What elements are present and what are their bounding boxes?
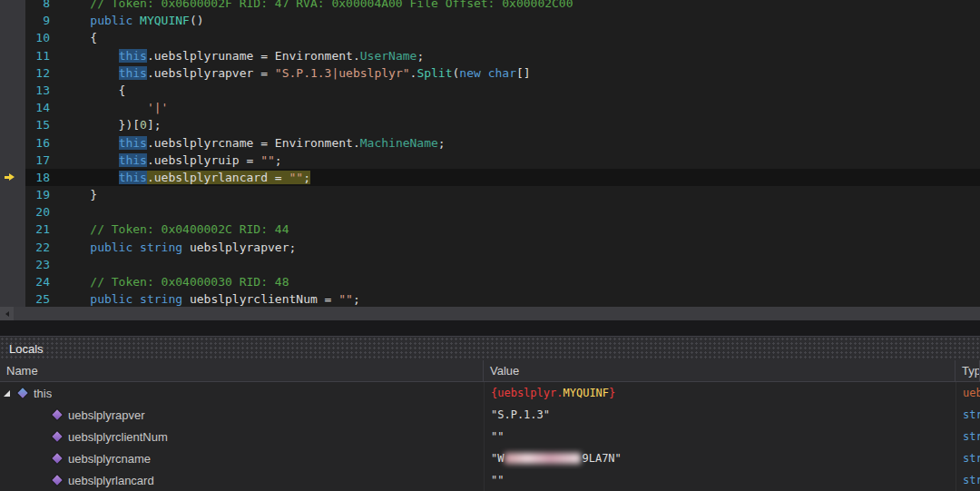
- locals-row[interactable]: uebslplyrapver"S.P.1.3"string: [0, 404, 980, 426]
- variable-name-cell[interactable]: this: [0, 382, 484, 404]
- variable-value[interactable]: "W9LA7N": [484, 447, 956, 469]
- breakpoint-margin[interactable]: [0, 82, 25, 99]
- scroll-left-button[interactable]: [0, 307, 14, 320]
- breakpoint-margin[interactable]: [0, 273, 25, 290]
- breakpoint-margin[interactable]: [0, 134, 25, 152]
- code-line[interactable]: 19 }: [0, 186, 980, 203]
- variable-name-cell[interactable]: uebslplyrclientNum: [0, 426, 484, 447]
- variable-name-cell[interactable]: uebslplyrlancard: [0, 469, 484, 491]
- code-text[interactable]: public MYQUINF(): [62, 12, 980, 29]
- scrollbar-thumb[interactable]: [14, 307, 980, 320]
- locals-rows: this{uebslplyr.MYQUINF}uebslplyr.MYQUINF…: [0, 382, 980, 491]
- pane-splitter[interactable]: [0, 320, 980, 336]
- code-text[interactable]: this.uebslplyrapver = "S.P.1.3|uebslplyr…: [62, 64, 980, 82]
- code-line[interactable]: 20: [0, 203, 980, 221]
- breakpoint-margin[interactable]: [0, 29, 25, 46]
- code-text[interactable]: {: [62, 29, 980, 46]
- h-scrollbar[interactable]: [0, 307, 980, 320]
- code-editor[interactable]: 8 // Token: 0x0600002F RID: 47 RVA: 0x00…: [0, 0, 980, 307]
- line-number: 22: [25, 239, 62, 256]
- code-text[interactable]: this.uebslplyrcname = Environment.Machin…: [62, 134, 980, 152]
- breakpoint-margin[interactable]: [0, 12, 25, 29]
- breakpoint-margin[interactable]: [0, 221, 25, 238]
- locals-row[interactable]: this{uebslplyr.MYQUINF}uebslplyr.MYQUINF: [0, 382, 980, 404]
- line-number: 12: [25, 64, 62, 82]
- breakpoint-margin[interactable]: [0, 0, 25, 12]
- variable-type: string: [956, 404, 980, 426]
- code-line[interactable]: 24 // Token: 0x04000030 RID: 48: [0, 273, 980, 290]
- code-text[interactable]: '|': [62, 99, 980, 116]
- code-text[interactable]: }: [62, 186, 980, 203]
- locals-panel: Locals Name Value Type this{uebslplyr.MY…: [0, 336, 980, 491]
- breakpoint-margin[interactable]: [0, 116, 25, 133]
- code-line[interactable]: 13 {: [0, 82, 980, 99]
- variable-value[interactable]: "S.P.1.3": [484, 404, 956, 426]
- variable-type: uebslplyr.MYQUINF: [956, 382, 980, 404]
- line-number: 14: [25, 99, 62, 116]
- code-text[interactable]: public string uebslplyrclientNum = "";: [62, 290, 980, 307]
- breakpoint-margin[interactable]: [0, 256, 25, 273]
- code-line[interactable]: 22 public string uebslplyrapver;: [0, 239, 980, 256]
- code-line[interactable]: 17 this.uebslplyruip = "";: [0, 152, 980, 169]
- code-text[interactable]: // Token: 0x0600002F RID: 47 RVA: 0x0000…: [62, 0, 980, 12]
- code-line[interactable]: 14 '|': [0, 99, 980, 116]
- code-line[interactable]: 23: [0, 256, 980, 273]
- line-number: 17: [25, 152, 62, 169]
- column-header-name[interactable]: Name: [0, 360, 484, 381]
- code-line[interactable]: 10 {: [0, 29, 980, 46]
- breakpoint-margin[interactable]: [0, 203, 25, 221]
- code-text[interactable]: {: [62, 82, 980, 99]
- code-line[interactable]: 8 // Token: 0x0600002F RID: 47 RVA: 0x00…: [0, 0, 980, 12]
- variable-value[interactable]: "": [484, 426, 956, 447]
- line-number: 13: [25, 82, 62, 99]
- variable-name-cell[interactable]: uebslplyrapver: [0, 404, 484, 426]
- row-expander-icon[interactable]: [4, 390, 10, 397]
- locals-row[interactable]: uebslplyrclientNum""string: [0, 426, 980, 447]
- breakpoint-margin[interactable]: [0, 64, 25, 82]
- variable-name-cell[interactable]: uebslplyrcname: [0, 447, 484, 469]
- code-text[interactable]: // Token: 0x04000030 RID: 48: [62, 273, 980, 290]
- code-line[interactable]: 16 this.uebslplyrcname = Environment.Mac…: [0, 134, 980, 152]
- breakpoint-margin[interactable]: [0, 290, 25, 307]
- column-header-type[interactable]: Type: [956, 360, 980, 381]
- locals-title[interactable]: Locals: [0, 336, 980, 360]
- breakpoint-margin[interactable]: [0, 99, 25, 116]
- variable-type: string: [956, 447, 980, 469]
- breakpoint-margin[interactable]: [0, 239, 25, 256]
- code-line[interactable]: 15 })[0];: [0, 116, 980, 133]
- code-line[interactable]: 12 this.uebslplyrapver = "S.P.1.3|uebslp…: [0, 64, 980, 82]
- debugger-window: 8 // Token: 0x0600002F RID: 47 RVA: 0x00…: [0, 0, 980, 491]
- variable-value[interactable]: "": [484, 469, 956, 491]
- variable-type: string: [956, 426, 980, 447]
- variable-value[interactable]: {uebslplyr.MYQUINF}: [484, 382, 956, 404]
- code-text[interactable]: [62, 203, 980, 221]
- code-text[interactable]: this.uebslplyruip = "";: [62, 152, 980, 169]
- variable-name: uebslplyrclientNum: [68, 430, 168, 444]
- line-number: 16: [25, 134, 62, 152]
- breakpoint-margin[interactable]: [0, 152, 25, 169]
- code-line[interactable]: 21 // Token: 0x0400002C RID: 44: [0, 221, 980, 238]
- line-number: 25: [25, 290, 62, 307]
- variable-name: uebslplyrapver: [68, 408, 145, 422]
- code-text[interactable]: public string uebslplyrapver;: [62, 239, 980, 256]
- code-line[interactable]: 9 public MYQUINF(): [0, 12, 980, 29]
- breakpoint-margin[interactable]: [0, 186, 25, 203]
- breakpoint-margin[interactable]: [0, 169, 25, 186]
- line-number: 9: [25, 12, 62, 29]
- code-line[interactable]: 11 this.uebslplyruname = Environment.Use…: [0, 47, 980, 64]
- code-text[interactable]: // Token: 0x0400002C RID: 44: [62, 221, 980, 238]
- code-line[interactable]: 18 this.uebslplyrlancard = "";: [0, 169, 980, 186]
- column-header-value[interactable]: Value: [484, 360, 956, 381]
- field-icon: [52, 475, 62, 485]
- locals-row[interactable]: uebslplyrlancard""string: [0, 469, 980, 491]
- breakpoint-margin[interactable]: [0, 47, 25, 64]
- field-icon: [52, 453, 62, 463]
- code-text[interactable]: [62, 256, 980, 273]
- locals-row[interactable]: uebslplyrcname"W9LA7N"string: [0, 447, 980, 469]
- redacted-blur: [505, 453, 581, 464]
- code-text[interactable]: this.uebslplyrlancard = "";: [62, 169, 980, 186]
- line-number: 18: [25, 169, 62, 186]
- code-text[interactable]: this.uebslplyruname = Environment.UserNa…: [62, 47, 980, 64]
- code-text[interactable]: })[0];: [62, 116, 980, 133]
- code-line[interactable]: 25 public string uebslplyrclientNum = ""…: [0, 290, 980, 307]
